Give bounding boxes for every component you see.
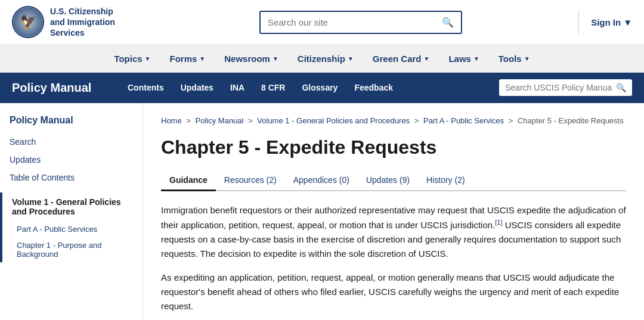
signin-button[interactable]: Sign In ▼ (591, 17, 632, 27)
nav-label-forms: Forms (170, 54, 197, 64)
nav-label-citizenship: Citizenship (298, 54, 345, 64)
breadcrumb-volume1[interactable]: Volume 1 - General Policies and Procedur… (257, 116, 410, 125)
policy-nav-ina[interactable]: INA (222, 73, 253, 102)
nav-list: Topics ▼ Forms ▼ Newsroom ▼ Citizenship … (12, 45, 632, 72)
sidebar-item-toc[interactable]: Table of Contents (0, 169, 143, 187)
policy-nav-contents[interactable]: Contents (119, 73, 172, 102)
policy-search-input[interactable] (505, 83, 612, 92)
nav-label-newsroom: Newsroom (224, 54, 270, 64)
paragraph-1: Immigration benefit requestors or their … (161, 203, 626, 261)
sidebar: Policy Manual Search Updates Table of Co… (0, 103, 143, 320)
policy-nav-updates[interactable]: Updates (172, 73, 222, 102)
sidebar-item-search[interactable]: Search (0, 133, 143, 151)
nav-link-laws[interactable]: Laws ▼ (439, 45, 488, 72)
policy-nav-8cfr[interactable]: 8 CFR (253, 73, 293, 102)
signin-label: Sign In (591, 17, 621, 27)
nav-item-topics: Topics ▼ (104, 45, 160, 72)
nav-link-topics[interactable]: Topics ▼ (104, 45, 160, 72)
policy-nav-glossary[interactable]: Glossary (293, 73, 346, 102)
policy-nav-feedback[interactable]: Feedback (346, 73, 401, 102)
nav-item-laws: Laws ▼ (439, 45, 488, 72)
content-wrapper: Policy Manual Search Updates Table of Co… (0, 103, 644, 320)
nav-link-forms[interactable]: Forms ▼ (160, 45, 215, 72)
nav-item-greencard: Green Card ▼ (363, 45, 439, 72)
nav-link-citizenship[interactable]: Citizenship ▼ (288, 45, 363, 72)
site-search-box: 🔍 (259, 11, 462, 34)
sidebar-section-volume1: Volume 1 - General Policiesand Procedure… (0, 192, 143, 262)
body-text: Immigration benefit requestors or their … (161, 203, 626, 313)
citizenship-chevron-icon: ▼ (348, 55, 354, 62)
bc-sep-3: > (414, 116, 421, 125)
search-input[interactable] (261, 13, 435, 32)
policy-bar: Policy Manual Contents Updates INA 8 CFR… (0, 73, 644, 103)
tab-history[interactable]: History (2) (418, 170, 473, 191)
breadcrumb: Home > Policy Manual > Volume 1 - Genera… (161, 115, 626, 127)
nav-item-citizenship: Citizenship ▼ (288, 45, 363, 72)
tab-appendices[interactable]: Appendices (0) (285, 170, 358, 191)
tools-chevron-icon: ▼ (524, 55, 530, 62)
nav-item-forms: Forms ▼ (160, 45, 215, 72)
signin-area: Sign In ▼ (591, 17, 632, 27)
laws-chevron-icon: ▼ (473, 55, 479, 62)
topics-chevron-icon: ▼ (145, 55, 151, 62)
greencard-chevron-icon: ▼ (423, 55, 429, 62)
tab-resources[interactable]: Resources (2) (216, 170, 285, 191)
nav-link-greencard[interactable]: Green Card ▼ (363, 45, 439, 72)
nav-item-newsroom: Newsroom ▼ (215, 45, 288, 72)
sidebar-section-title: Volume 1 - General Policiesand Procedure… (2, 192, 143, 221)
main-nav: Topics ▼ Forms ▼ Newsroom ▼ Citizenship … (0, 45, 644, 73)
newsroom-chevron-icon: ▼ (273, 55, 278, 62)
nav-label-topics: Topics (114, 54, 142, 64)
forms-chevron-icon: ▼ (199, 55, 205, 62)
sidebar-item-part-a[interactable]: Part A - Public Services (2, 221, 143, 237)
eagle-icon: 🦅 (20, 14, 36, 30)
logo-area: 🦅 U.S. Citizenship and Immigration Servi… (12, 6, 143, 39)
header-divider (578, 10, 579, 34)
site-header: 🦅 U.S. Citizenship and Immigration Servi… (0, 0, 644, 45)
breadcrumb-current: Chapter 5 - Expedite Requests (518, 116, 624, 125)
bc-sep-4: > (509, 116, 515, 125)
sidebar-item-chapter1[interactable]: Chapter 1 - Purpose and Background (2, 237, 143, 262)
page-title: Chapter 5 - Expedite Requests (161, 136, 626, 159)
breadcrumb-policy-manual[interactable]: Policy Manual (196, 116, 244, 125)
policy-nav: Contents Updates INA 8 CFR Glossary Feed… (119, 73, 632, 102)
nav-item-tools: Tools ▼ (489, 45, 540, 72)
org-name: U.S. Citizenship and Immigration Service… (50, 6, 115, 39)
agency-seal: 🦅 (12, 6, 44, 38)
bc-sep-1: > (186, 116, 193, 125)
sidebar-item-updates[interactable]: Updates (0, 151, 143, 169)
nav-link-newsroom[interactable]: Newsroom ▼ (215, 45, 288, 72)
main-content: Home > Policy Manual > Volume 1 - Genera… (143, 103, 644, 320)
policy-search-icon: 🔍 (616, 83, 626, 92)
seal-inner: 🦅 (13, 7, 43, 37)
bc-sep-2: > (248, 116, 255, 125)
sidebar-title: Policy Manual (0, 115, 143, 133)
tabs-container: Guidance Resources (2) Appendices (0) Up… (161, 170, 626, 191)
breadcrumb-part-a[interactable]: Part A - Public Services (423, 116, 504, 125)
search-area: 🔍 (155, 11, 566, 34)
signin-chevron-icon: ▼ (623, 17, 632, 27)
footnote-1: [1] (495, 219, 502, 226)
search-button[interactable]: 🔍 (435, 12, 461, 33)
breadcrumb-home[interactable]: Home (161, 116, 182, 125)
paragraph-2: As expediting an application, petition, … (161, 271, 626, 313)
policy-search-box: 🔍 (499, 79, 632, 96)
nav-label-greencard: Green Card (373, 54, 422, 64)
tab-guidance[interactable]: Guidance (161, 170, 216, 191)
nav-link-tools[interactable]: Tools ▼ (489, 45, 540, 72)
policy-manual-title: Policy Manual (12, 73, 119, 103)
nav-label-tools: Tools (499, 54, 522, 64)
nav-label-laws: Laws (448, 54, 471, 64)
tab-updates[interactable]: Updates (9) (358, 170, 418, 191)
